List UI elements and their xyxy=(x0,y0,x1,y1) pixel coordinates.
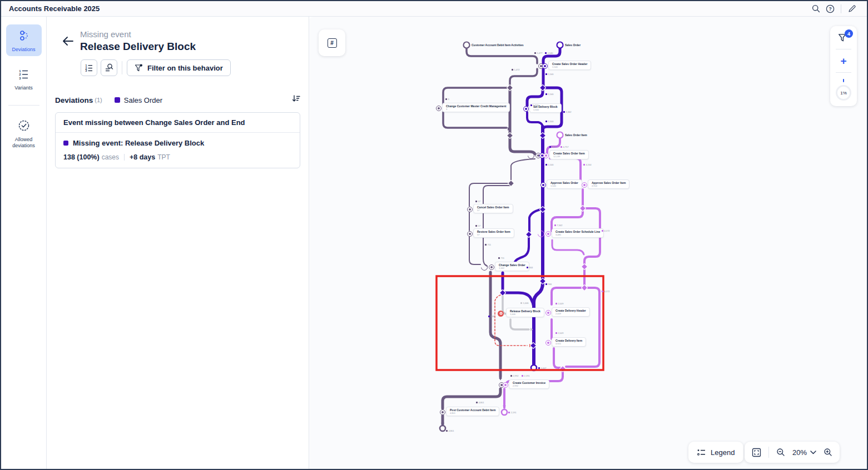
zoom-level-select[interactable]: 20% xyxy=(792,448,816,457)
ordered-list-icon: 1 2 3 xyxy=(85,63,93,72)
activity-count: 2,992 xyxy=(513,385,545,388)
legend-button-label: Legend xyxy=(711,448,735,457)
activity-marker-icon xyxy=(545,310,551,316)
filter-on-behavior-button[interactable]: Filter on this behavior xyxy=(127,59,231,76)
activity-node[interactable]: Restore Sales Order Item57 xyxy=(473,228,514,238)
sidebar-item-deviations[interactable]: Deviations xyxy=(6,24,42,56)
activity-node[interactable]: Cancel Sales Order Item57 xyxy=(473,204,513,213)
back-button[interactable] xyxy=(61,34,75,48)
zoom-out-button[interactable] xyxy=(776,448,785,457)
svg-text:3: 3 xyxy=(19,77,21,80)
edge-frequency-chip: 4,172 xyxy=(602,290,610,293)
activity-node[interactable]: Create Delivery Header2,009 xyxy=(552,307,590,317)
legend-button[interactable]: Legend xyxy=(688,442,743,463)
activity-percentage-dial[interactable]: 1% xyxy=(836,85,851,101)
help-icon[interactable]: ? xyxy=(823,3,837,14)
activity-node[interactable]: Create Sales Order Schedule Line3,485 xyxy=(552,228,604,238)
activity-count: 1,500 xyxy=(533,109,558,112)
activity-node[interactable]: Approve Sales Order1,540 xyxy=(547,179,582,189)
edge-frequency-chip: 2,009 xyxy=(555,332,564,334)
activity-marker-icon xyxy=(440,409,445,415)
process-diagram: Customer Account Debit Item ActivitiesSa… xyxy=(309,17,867,469)
activity-marker-icon xyxy=(540,182,546,188)
activity-node[interactable]: Create Delivery Item4,921 xyxy=(552,337,586,347)
activity-node[interactable]: Change Customer Master Credit Management… xyxy=(442,103,510,112)
self-loop-icon xyxy=(527,151,536,161)
hash-icon: # xyxy=(328,38,337,48)
activity-label: Change Customer Master Credit Management xyxy=(446,105,506,108)
activity-node[interactable]: Create Sales Order Header1,540 xyxy=(548,61,591,70)
activity-count: 57 xyxy=(477,209,509,212)
activity-node[interactable]: Change Sales Order1,342 xyxy=(495,262,529,271)
deviation-card: Event missing between Change Sales Order… xyxy=(55,112,300,168)
variants-icon: 1 2 3 xyxy=(18,68,30,81)
self-loop-icon xyxy=(480,263,489,272)
deviation-card-item[interactable]: Missing event: Release Delivery Block 13… xyxy=(56,133,300,168)
activity-count: 1,540 xyxy=(550,185,578,188)
section-heading: Deviations xyxy=(55,96,93,104)
activity-node[interactable]: Post Customer Account Debit Item4,801 xyxy=(446,407,499,416)
activity-label: Create Sales Order Schedule Line xyxy=(555,231,600,234)
panel-toolbar: 1 2 3 Filter on this behavior xyxy=(81,59,231,76)
edge-frequency-chip: 711 xyxy=(498,257,504,259)
sidebar-label: Deviations xyxy=(7,47,41,53)
object-color-swatch xyxy=(115,97,120,103)
add-button[interactable]: + xyxy=(840,56,846,66)
tpt-label: TPT xyxy=(157,153,170,161)
svg-text:1: 1 xyxy=(19,69,21,73)
fit-to-screen-button[interactable] xyxy=(752,448,761,457)
variant-list-button[interactable]: 1 2 3 xyxy=(81,59,97,76)
toolbar-divider xyxy=(836,49,851,49)
svg-text:2: 2 xyxy=(19,73,21,76)
edge-frequency-chip: 1,500 xyxy=(530,104,539,107)
edge-frequency-chip: 6,477 xyxy=(549,146,558,148)
activity-node[interactable]: Create Sales Order Item12,139 xyxy=(549,150,589,159)
activity-marker-icon xyxy=(582,182,587,188)
activity-label: Cancel Sales Order Item xyxy=(477,206,509,209)
filter-count-badge: 4 xyxy=(845,29,853,38)
rail-divider xyxy=(8,105,39,106)
activity-count: 1,006 xyxy=(510,313,540,316)
edge-frequency-chip: 3 xyxy=(445,98,449,101)
sort-icon[interactable] xyxy=(292,95,300,105)
activity-count: 4,904 xyxy=(592,185,626,188)
activity-node[interactable]: Approve Sales Order Item4,904 xyxy=(588,179,629,189)
canvas-grid-button[interactable]: # xyxy=(319,29,345,56)
start-node-label: Customer Account Debit Item Activities xyxy=(472,43,524,47)
activity-count: 2,009 xyxy=(555,313,586,316)
zoom-in-button[interactable] xyxy=(824,448,832,457)
sidebar-item-allowed-deviations[interactable]: Allowed deviations xyxy=(6,114,42,153)
zoom-controls: 20% xyxy=(745,442,840,463)
activity-marker-icon xyxy=(503,382,508,388)
edge-frequency-chip: 1,500 xyxy=(545,120,554,123)
edge-frequency-chip: 1,477 xyxy=(534,52,543,54)
edge-frequency-chip: 1,006 xyxy=(520,302,529,304)
deviations-section-header: Deviations (1) Sales Order xyxy=(55,95,300,105)
object-type-label: Sales Order xyxy=(124,96,162,104)
self-loop-icon xyxy=(537,229,546,239)
edge-frequency-chip: 2,009 xyxy=(555,302,564,305)
tpt-value: +8 days xyxy=(130,153,155,161)
edit-icon[interactable] xyxy=(845,3,859,14)
sidebar-item-variants[interactable]: 1 2 3 Variants xyxy=(6,64,42,94)
page-title: Release Delivery Block xyxy=(80,41,196,53)
deviation-highlight-rect xyxy=(437,276,603,370)
activity-marker-icon xyxy=(467,231,473,237)
edge-frequency-chip: 1,540 xyxy=(545,163,554,166)
edge-frequency-chip: 4,172 xyxy=(602,229,610,232)
toolbar-divider xyxy=(122,61,122,74)
activity-count: 3,485 xyxy=(555,234,600,237)
topbar-divider xyxy=(841,4,841,13)
edge-frequency-chip: 4,164 xyxy=(583,163,592,166)
activity-node[interactable]: Create Customer Invoice2,992 xyxy=(509,379,549,389)
activity-node[interactable]: Release Delivery Block1,006 xyxy=(506,308,544,317)
activity-marker-icon xyxy=(489,264,494,270)
missing-event-marker xyxy=(498,311,504,317)
filter-icon xyxy=(135,64,143,72)
process-explorer-canvas[interactable]: Customer Account Debit Item ActivitiesSa… xyxy=(309,17,867,469)
search-list-icon xyxy=(105,63,113,72)
active-filters-button[interactable]: 4 xyxy=(838,33,849,43)
search-icon[interactable] xyxy=(809,3,823,14)
chevron-down-icon xyxy=(810,451,816,454)
inspect-cases-button[interactable] xyxy=(101,59,117,76)
